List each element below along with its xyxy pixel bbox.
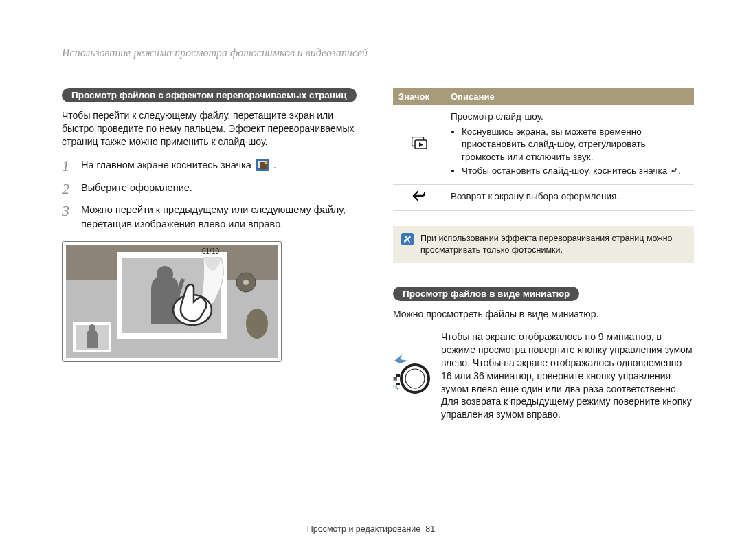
svg-text:🔍: 🔍: [393, 384, 399, 390]
svg-point-9: [243, 280, 249, 285]
step-number: 3: [62, 203, 74, 219]
left-column: Просмотр файлов с эффектом переворачивае…: [62, 88, 363, 421]
th-icon: Значок: [393, 88, 445, 105]
subhead-page-turn: Просмотр файлов с эффектом переворачивае…: [62, 88, 357, 102]
zoom-dial-icon: ▦ 🔍: [393, 351, 431, 401]
intro-paragraph: Чтобы перейти к следующему файлу, перета…: [62, 109, 363, 148]
slideshow-icon: [412, 141, 427, 151]
page-turn-illustration: 01/10: [62, 241, 363, 372]
step-text: На главном экране коснитесь значка .: [81, 158, 276, 175]
step-number: 1: [62, 158, 74, 175]
table-row: Просмотр слайд-шоу. Коснувшись экрана, в…: [393, 105, 694, 185]
svg-point-13: [157, 266, 173, 282]
svg-text:▦: ▦: [393, 376, 398, 381]
steps-list: 1 На главном экране коснитесь значка .: [62, 158, 363, 232]
svg-point-23: [405, 369, 425, 388]
svg-point-3: [265, 161, 267, 164]
row-bullet: Коснувшись экрана, вы можете временно пр…: [462, 126, 688, 164]
page-footer: Просмотр и редактирование 81: [0, 524, 742, 534]
back-icon: [412, 193, 426, 203]
thumbs-body: Чтобы на экране отображалось по 9 миниат…: [441, 331, 694, 421]
right-column: Значок Описание: [393, 88, 694, 421]
thumbs-intro: Можно просмотреть файлы в виде миниатюр.: [393, 308, 694, 321]
note-text: При использовании эффекта переворачивани…: [420, 233, 686, 256]
info-icon: [401, 233, 414, 245]
svg-point-10: [246, 309, 268, 339]
row-bullet: Чтобы остановить слайд-шоу, коснитесь зн…: [462, 165, 688, 177]
row-title: Просмотр слайд-шоу.: [451, 111, 688, 123]
svg-point-17: [89, 324, 95, 331]
icon-description-table: Значок Описание: [393, 88, 694, 211]
row-desc: Возврат к экрану выбора оформления.: [445, 185, 694, 211]
step-text: Выберите оформление.: [81, 181, 192, 195]
step-number: 2: [62, 181, 74, 197]
note-box: При использовании эффекта переворачивани…: [393, 226, 694, 263]
screenshot-counter: 01/10: [202, 247, 243, 255]
album-home-icon: [256, 159, 269, 175]
step-text: Можно перейти к предыдущему или следующе…: [81, 203, 363, 232]
th-desc: Описание: [445, 88, 694, 105]
page-title: Использование режима просмотра фотоснимк…: [62, 47, 694, 59]
subhead-thumbnails: Просмотр файлов в виде миниатюр: [393, 287, 579, 301]
table-row: Возврат к экрану выбора оформления.: [393, 185, 694, 211]
